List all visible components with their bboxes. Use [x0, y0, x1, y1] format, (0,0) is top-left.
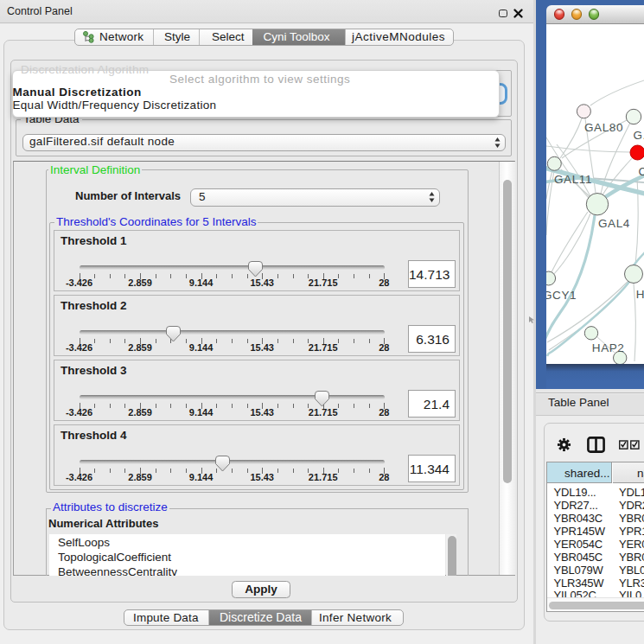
svg-text:C: C	[639, 165, 644, 178]
svg-text:H: H	[636, 288, 644, 301]
svg-text:GAL4: GAL4	[598, 217, 630, 230]
svg-text:GAL80: GAL80	[584, 121, 623, 134]
svg-text:GAL11: GAL11	[554, 173, 592, 186]
svg-text:HAP2: HAP2	[592, 341, 625, 354]
svg-text:GCY1: GCY1	[546, 289, 577, 302]
svg-text:G.: G.	[634, 129, 644, 142]
